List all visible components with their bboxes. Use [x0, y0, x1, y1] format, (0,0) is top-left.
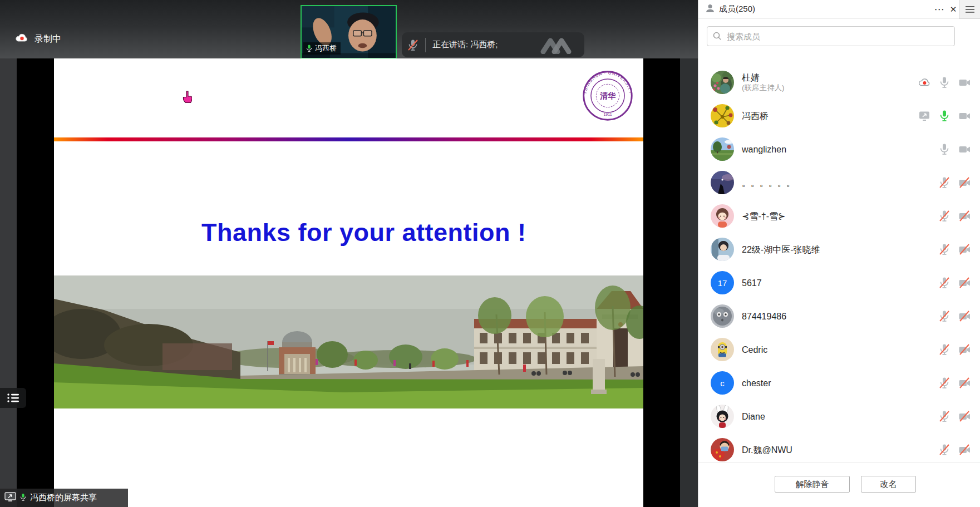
member-name: 5617: [742, 278, 762, 288]
tsinghua-seal-logo: TSINGHUA · UNIVERSITY 清华 1911: [582, 70, 634, 122]
member-name: 874419486: [742, 311, 786, 322]
member-row[interactable]: Cedric: [698, 333, 980, 366]
avatar: [711, 104, 734, 127]
mic-muted-icon[interactable]: [938, 243, 951, 256]
member-text: ⊰雪-†-雪⊱: [742, 211, 785, 221]
thumbnail-list-toggle-button[interactable]: [0, 388, 26, 408]
speaking-banner: 正在讲话: 冯西桥;: [402, 32, 584, 57]
camera-off-icon[interactable]: [958, 410, 971, 423]
mic-muted-icon[interactable]: [938, 209, 951, 223]
member-name: chester: [742, 378, 771, 388]
member-status-icons: [918, 433, 971, 462]
mic-idle-icon[interactable]: [938, 76, 951, 89]
member-person-icon: [705, 3, 715, 16]
cloud-recording-icon: [918, 76, 931, 89]
mic-idle-icon[interactable]: [938, 142, 951, 156]
mic-muted-icon[interactable]: [938, 176, 951, 189]
members-panel: 成员(250) ⋯ ✕ 杜婧(联席主持人): [698, 0, 980, 507]
mic-muted-icon[interactable]: [938, 410, 951, 423]
avatar: [711, 71, 734, 94]
member-row[interactable]: Diane: [698, 400, 980, 433]
avatar: [711, 405, 734, 428]
mic-muted-icon[interactable]: [938, 376, 951, 390]
member-status-icons: [918, 132, 971, 166]
members-panel-title: 成员(250): [719, 4, 755, 14]
screen-sharing-icon: [918, 109, 931, 122]
member-row[interactable]: 874419486: [698, 299, 980, 333]
camera-idle-icon[interactable]: [958, 142, 971, 156]
avatar: c: [711, 371, 734, 395]
icon-spacer: [918, 410, 931, 423]
mic-muted-icon[interactable]: [938, 309, 951, 323]
member-status-icons: [918, 299, 971, 333]
avatar: [711, 238, 734, 261]
camera-off-icon[interactable]: [958, 343, 971, 356]
member-search-input[interactable]: [726, 31, 949, 42]
icon-spacer: [918, 243, 931, 256]
mic-muted-icon[interactable]: [938, 276, 951, 289]
member-status-icons: [918, 66, 971, 99]
member-text: 874419486: [742, 311, 786, 322]
camera-off-icon[interactable]: [958, 243, 971, 256]
member-text: 冯西桥: [742, 111, 769, 121]
member-row[interactable]: 杜婧(联席主持人): [698, 66, 980, 99]
speaking-text: 正在讲话: 冯西桥;: [432, 40, 498, 50]
members-more-button[interactable]: ⋯: [932, 0, 947, 18]
camera-idle-icon[interactable]: [958, 76, 971, 89]
unmute-button[interactable]: 解除静音: [775, 476, 850, 493]
rename-button[interactable]: 改名: [861, 476, 916, 493]
camera-off-icon[interactable]: [958, 443, 971, 456]
recording-indicator: 录制中: [14, 32, 61, 46]
member-row[interactable]: 175617: [698, 266, 980, 299]
speaker-video-thumbnail[interactable]: 冯西桥: [301, 5, 397, 59]
icon-spacer: [918, 209, 931, 223]
mic-muted-icon: [406, 38, 420, 52]
avatar: 17: [711, 271, 734, 294]
member-name: Diane: [742, 411, 765, 422]
mic-muted-icon[interactable]: [938, 343, 951, 356]
camera-off-icon[interactable]: [958, 376, 971, 390]
member-text: Dr.魏@NWU: [742, 445, 792, 455]
screen-share-monitor-icon: [4, 492, 16, 504]
mic-muted-icon[interactable]: [938, 443, 951, 456]
camera-off-icon[interactable]: [958, 276, 971, 289]
camera-off-icon[interactable]: [958, 309, 971, 323]
avatar: [711, 171, 734, 194]
member-row[interactable]: wanglizhen: [698, 132, 980, 166]
icon-spacer: [918, 276, 931, 289]
member-row[interactable]: cchester: [698, 366, 980, 400]
member-status-icons: [918, 266, 971, 299]
panel-dock-strip[interactable]: [959, 0, 980, 19]
share-status-text: 冯西桥的屏幕共享: [30, 493, 97, 503]
member-row[interactable]: 22级-湖中医-张晓维: [698, 233, 980, 266]
member-role: (联席主持人): [742, 83, 785, 92]
divider: [425, 38, 426, 52]
member-status-icons: [918, 99, 971, 132]
member-row[interactable]: 冯西桥: [698, 99, 980, 132]
avatar: [711, 304, 734, 328]
member-name: Cedric: [742, 344, 767, 355]
member-status-icons: [918, 366, 971, 400]
member-list: 杜婧(联席主持人) 冯西桥 wanglizhen 。。。。。。: [698, 56, 980, 462]
member-text: Diane: [742, 411, 765, 422]
camera-idle-icon[interactable]: [958, 109, 971, 122]
slide-title: Thanks for your attention !: [201, 218, 585, 247]
top-bar: 录制中: [0, 0, 698, 58]
member-text: 杜婧(联席主持人): [742, 72, 785, 92]
mic-on-icon[interactable]: [938, 109, 951, 122]
member-row[interactable]: ⊰雪-†-雪⊱: [698, 199, 980, 233]
search-icon: [713, 32, 722, 41]
member-name: ⊰雪-†-雪⊱: [742, 211, 785, 221]
members-close-button[interactable]: ✕: [947, 0, 960, 18]
member-search-box[interactable]: [707, 26, 955, 46]
member-name: wanglizhen: [742, 144, 786, 155]
member-row[interactable]: 。。。。。。: [698, 166, 980, 199]
seal-year-text: 1911: [603, 112, 612, 116]
member-status-icons: [918, 400, 971, 433]
panel-footer-divider: [698, 462, 980, 462]
camera-off-icon[interactable]: [958, 209, 971, 223]
member-row[interactable]: Dr.魏@NWU: [698, 433, 980, 462]
member-name: 。。。。。。: [742, 178, 795, 188]
camera-off-icon[interactable]: [958, 176, 971, 189]
meeting-app-logo-icon: [540, 36, 572, 56]
